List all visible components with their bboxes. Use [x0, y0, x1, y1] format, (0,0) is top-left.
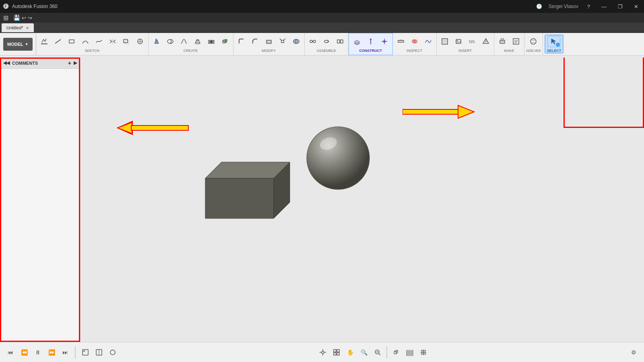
arc-btn[interactable] [79, 36, 92, 47]
zoom-in-btn[interactable]: 🔍 [358, 347, 369, 358]
select-btn[interactable] [547, 36, 560, 47]
tabbar: Untitled* ✕ [0, 23, 644, 33]
sweep-btn[interactable] [178, 36, 190, 47]
comments-more-icon[interactable]: ▶ [74, 60, 77, 66]
shell-btn[interactable] [262, 36, 275, 47]
curvature-btn[interactable] [422, 36, 435, 47]
divider [75, 346, 76, 358]
decal-btn[interactable] [452, 36, 465, 47]
zoom-out-btn[interactable] [372, 347, 383, 358]
timeline-next-btn[interactable]: ⏩ [46, 347, 57, 358]
restore-button[interactable]: ❐ [615, 4, 625, 10]
timeline-prev-btn[interactable]: ⏪ [19, 347, 30, 358]
motion-btn[interactable] [320, 36, 333, 47]
svg-marker-37 [369, 38, 372, 40]
svg-marker-67 [551, 39, 556, 44]
mesh-btn[interactable] [479, 36, 492, 47]
tab-label: Untitled* [6, 25, 23, 30]
modify-section: MODIFY [233, 33, 305, 55]
svg-rect-73 [129, 125, 185, 130]
grid-view-btn[interactable] [331, 347, 342, 358]
scripts-btn[interactable] [527, 36, 540, 47]
timeline-end-btn[interactable]: ⏭ [60, 347, 71, 358]
comments-back-icon[interactable]: ◀◀ [3, 60, 10, 66]
combine-btn[interactable] [290, 36, 303, 47]
chamfer-btn[interactable] [249, 36, 262, 47]
timeline-view1-btn[interactable] [80, 347, 91, 358]
interference-btn[interactable] [408, 36, 421, 47]
create-section: CREATE [149, 33, 233, 55]
menubar: ⊞ 💾 ↩ ↪ [0, 13, 644, 23]
make-section: MAKE [494, 33, 524, 55]
comments-add-icon[interactable]: + [68, 60, 71, 66]
model-label: MODEL [7, 42, 23, 47]
sketch-btn[interactable] [38, 36, 51, 47]
construct-section: CONSTRUCT [349, 33, 393, 55]
svg-rect-0 [41, 43, 47, 44]
svg-rect-33 [341, 40, 343, 43]
svg-btn[interactable]: SVG [466, 36, 479, 47]
canvas-btn[interactable] [438, 36, 451, 47]
3d-box-object [189, 138, 302, 234]
user-name[interactable]: Sergei Vlasov [549, 4, 578, 9]
svg-point-85 [322, 351, 324, 354]
svg-marker-18 [223, 41, 225, 43]
redo-icon[interactable]: ↪ [28, 15, 32, 21]
timeline-view2-btn[interactable] [93, 347, 105, 358]
model-selector-button[interactable]: MODEL ▼ [3, 38, 33, 51]
display-settings-btn[interactable] [404, 347, 415, 358]
rect-btn[interactable] [65, 36, 78, 47]
timeline-start-btn[interactable]: ⏮ [5, 347, 16, 358]
svg-point-11 [167, 39, 173, 43]
viewport[interactable] [80, 58, 644, 342]
svg-text:SVG: SVG [469, 40, 475, 44]
box-btn[interactable] [219, 36, 231, 47]
select-label: SELECT [547, 49, 561, 53]
svg-rect-77 [131, 125, 188, 130]
grid-icon[interactable]: ⊞ [3, 14, 8, 22]
create-label: CREATE [184, 49, 198, 53]
pan-btn[interactable]: ✋ [345, 347, 356, 358]
model-dropdown-icon: ▼ [25, 42, 29, 46]
svg-line-25 [284, 39, 285, 40]
save-icon[interactable]: 💾 [13, 14, 20, 21]
revolve-btn[interactable] [164, 36, 177, 47]
mirror-btn[interactable] [106, 36, 119, 47]
loft-btn[interactable] [191, 36, 204, 47]
fillet-btn[interactable] [235, 36, 248, 47]
tab-untitled[interactable]: Untitled* ✕ [2, 23, 34, 32]
line-btn[interactable] [52, 36, 64, 47]
undo-icon[interactable]: ↩ [22, 15, 26, 21]
svg-point-17 [210, 41, 213, 43]
help-button[interactable]: ? [585, 4, 592, 10]
timeline-view3-btn[interactable] [107, 347, 118, 358]
3dprint-btn[interactable] [496, 36, 509, 47]
minimize-button[interactable]: — [599, 4, 609, 10]
offset-btn[interactable] [120, 36, 133, 47]
titlebar-left: 🅕 Autodesk Fusion 360 [3, 3, 58, 10]
joint-btn[interactable] [306, 36, 319, 47]
svg-marker-68 [205, 178, 274, 218]
scale-btn[interactable] [276, 36, 289, 47]
snap-btn[interactable] [317, 347, 328, 358]
measure-btn[interactable] [394, 36, 407, 47]
extrude-btn[interactable] [150, 36, 163, 47]
view-cube-btn[interactable] [390, 347, 402, 358]
hole-btn[interactable] [205, 36, 218, 47]
drawing-btn[interactable] [510, 36, 522, 47]
svg-rect-4 [124, 39, 128, 43]
project-btn[interactable] [134, 36, 147, 47]
grid-density-btn[interactable] [418, 347, 429, 358]
comments-label: COMMENTS [12, 61, 38, 66]
tab-close-icon[interactable]: ✕ [26, 26, 29, 30]
construct-axis-btn[interactable] [364, 36, 377, 47]
construct-point-btn[interactable] [378, 36, 391, 47]
spline-btn[interactable] [93, 36, 105, 47]
close-button[interactable]: ✕ [632, 4, 641, 10]
construct-plane-btn[interactable] [351, 36, 363, 47]
settings-btn[interactable]: ⚙ [628, 347, 639, 358]
svg-point-84 [110, 350, 115, 355]
contact-btn[interactable] [334, 36, 347, 47]
svg-marker-9 [155, 41, 159, 43]
timeline-play-btn[interactable]: ⏸ [32, 347, 43, 358]
